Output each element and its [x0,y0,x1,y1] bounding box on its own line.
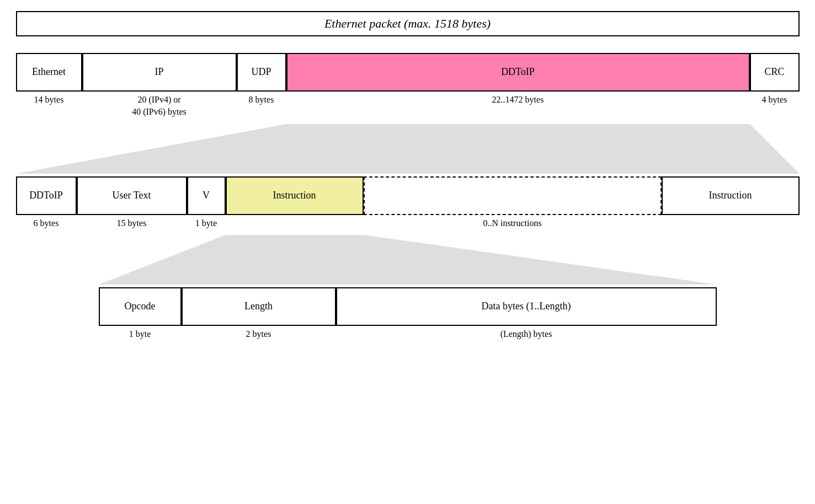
row2-labels: 6 bytes 15 bytes 1 byte 0..N instruction… [16,217,800,229]
row1-fields: Ethernet IP UDP DDToIP CRC [16,53,800,92]
row1-labels: 14 bytes 20 (IPv4) or40 (IPv6) bytes 8 b… [16,94,800,119]
row3-section: Opcode Length Data bytes (1..Length) 1 b… [16,287,800,340]
field-ddtoip2: DDToIP [16,176,77,215]
expand-svg-2 [16,235,800,285]
label-usertext: 15 bytes [77,217,187,229]
field-v: V [187,176,226,215]
row2-section: DDToIP User Text V Instruction Instructi… [16,176,800,229]
title-text: Ethernet packet (max. 1518 bytes) [324,17,491,30]
label-ddtoip: 22..1472 bytes [286,94,750,106]
label-v: 1 byte [187,217,226,229]
field-opcode: Opcode [99,287,182,326]
label-ddtoip2: 6 bytes [16,217,77,229]
expand-arrow-1 [16,124,800,174]
row3-fields: Opcode Length Data bytes (1..Length) [99,287,717,326]
svg-marker-0 [16,124,800,174]
field-data: Data bytes (1..Length) [336,287,717,326]
field-ip: IP [82,53,237,92]
field-crc: CRC [750,53,800,92]
field-instruction1: Instruction [226,176,364,215]
row2-fields: DDToIP User Text V Instruction Instructi… [16,176,800,215]
field-ethernet: Ethernet [16,53,82,92]
label-udp: 8 bytes [237,94,286,106]
row1-section: Ethernet IP UDP DDToIP CRC 14 bytes 20 (… [16,53,800,119]
field-usertext: User Text [77,176,187,215]
field-length: Length [182,287,336,326]
label-data: (Length) bytes [336,328,717,340]
label-ip: 20 (IPv4) or40 (IPv6) bytes [82,94,237,119]
field-dots [364,176,662,215]
title-box: Ethernet packet (max. 1518 bytes) [16,11,800,36]
diagram: Ethernet packet (max. 1518 bytes) Ethern… [16,11,800,341]
field-udp: UDP [237,53,286,92]
label-opcode: 1 byte [99,328,182,340]
row3-labels: 1 byte 2 bytes (Length) bytes [99,328,717,340]
expand-svg-1 [16,124,800,174]
label-crc: 4 bytes [750,94,800,106]
field-ddtoip: DDToIP [286,53,750,92]
label-ethernet: 14 bytes [16,94,82,106]
field-instruction2: Instruction [662,176,800,215]
svg-marker-1 [99,235,717,285]
expand-arrow-2 [16,235,800,285]
label-instructions: 0..N instructions [226,217,800,229]
label-length: 2 bytes [182,328,336,340]
